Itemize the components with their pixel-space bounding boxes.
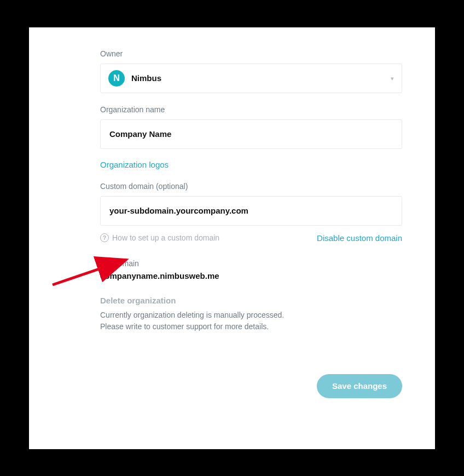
subdomain-label: Subdomain [100, 259, 402, 268]
button-row: Save changes [29, 374, 435, 398]
delete-org-title: Delete organization [100, 296, 402, 305]
owner-value: Nimbus [131, 73, 161, 83]
subdomain-value: companyname.nimbusweb.me [100, 271, 402, 280]
org-logos-link[interactable]: Organization logos [100, 160, 169, 169]
custom-domain-help-text: How to set up a custom domain [112, 233, 219, 242]
owner-select[interactable]: N Nimbus ▾ [100, 64, 402, 93]
custom-domain-help-row: ? How to set up a custom domain Disable … [100, 233, 402, 243]
owner-avatar: N [108, 70, 125, 87]
custom-domain-help[interactable]: ? How to set up a custom domain [100, 233, 219, 242]
custom-domain-label: Custom domain (optional) [100, 182, 402, 191]
org-name-input[interactable] [100, 119, 402, 149]
custom-domain-input[interactable] [100, 196, 402, 226]
form-area: Owner N Nimbus ▾ Organization name Organ… [29, 49, 435, 332]
owner-label: Owner [100, 49, 402, 58]
settings-card: Owner N Nimbus ▾ Organization name Organ… [29, 27, 435, 449]
save-changes-button[interactable]: Save changes [317, 374, 402, 398]
delete-org-text: Currently organization deleting is manua… [100, 309, 402, 332]
org-name-label: Organization name [100, 105, 402, 114]
help-icon: ? [100, 233, 109, 242]
chevron-down-icon: ▾ [391, 74, 394, 82]
disable-custom-domain-link[interactable]: Disable custom domain [317, 233, 402, 243]
